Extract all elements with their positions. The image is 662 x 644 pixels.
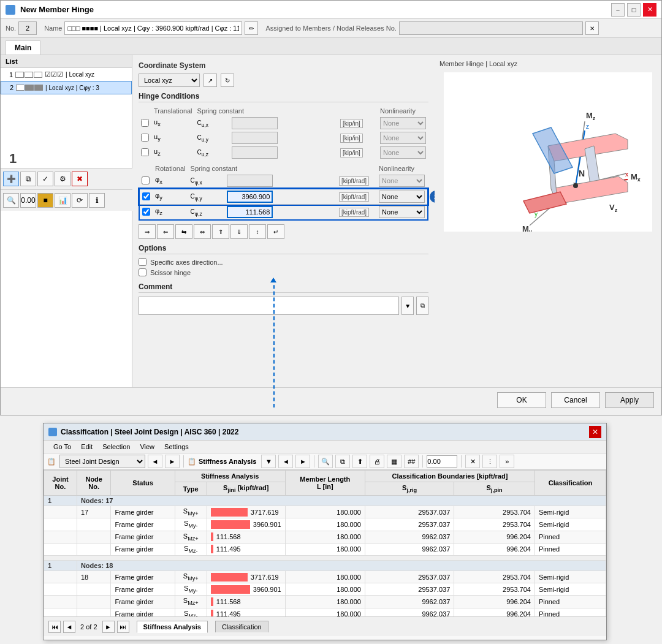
spring-tool-7[interactable]: ↕ bbox=[249, 224, 266, 239]
spring-tool-2[interactable]: ⇐ bbox=[157, 224, 174, 239]
specific-axes-checkbox[interactable] bbox=[139, 258, 146, 266]
tb-close[interactable]: ✕ bbox=[465, 455, 480, 468]
search-button[interactable]: 🔍 bbox=[3, 193, 19, 208]
phix-nonlin[interactable]: None bbox=[379, 175, 425, 187]
tb-more[interactable]: ⋮ bbox=[482, 455, 497, 468]
uy-input[interactable] bbox=[232, 132, 278, 144]
ux-nonlin[interactable]: None bbox=[380, 117, 426, 129]
zero-button[interactable]: 0.00 bbox=[20, 193, 36, 208]
hinge-table: Translational Spring constant Nonlineari… bbox=[139, 106, 428, 160]
color-button[interactable]: ■ bbox=[37, 193, 53, 208]
assigned-input[interactable] bbox=[399, 21, 583, 35]
tb-num[interactable]: ## bbox=[404, 455, 419, 468]
check-button[interactable]: ✓ bbox=[37, 172, 53, 186]
cancel-button[interactable]: Cancel bbox=[551, 392, 600, 408]
list-item-1[interactable]: 1 ☑☑☑ | Local xyz bbox=[1, 68, 132, 81]
tab-main[interactable]: Main bbox=[6, 40, 40, 55]
spring-tool-6[interactable]: ⇓ bbox=[230, 224, 248, 239]
tb-filter[interactable]: ▦ bbox=[387, 455, 401, 468]
class-next-btn[interactable]: ► bbox=[165, 455, 180, 468]
tb-down[interactable]: ▼ bbox=[261, 455, 276, 468]
phiy-nonlin[interactable]: None bbox=[379, 191, 425, 203]
toolbar-sep-3 bbox=[422, 455, 423, 468]
ok-button[interactable]: OK bbox=[497, 392, 546, 408]
nav-next[interactable]: ► bbox=[102, 621, 115, 633]
coord-system-select[interactable]: Local xyz bbox=[139, 74, 200, 87]
uz-nonlin[interactable]: None bbox=[380, 146, 426, 159]
menu-selection[interactable]: Selection bbox=[97, 442, 135, 452]
comment-copy-button[interactable]: ⧉ bbox=[416, 297, 428, 315]
no-input[interactable] bbox=[18, 21, 37, 35]
nav-first[interactable]: ⏮ bbox=[48, 621, 61, 633]
ux-input[interactable] bbox=[232, 117, 278, 129]
menu-goto[interactable]: Go To bbox=[48, 442, 76, 452]
class-close-button[interactable]: ✕ bbox=[589, 426, 601, 438]
minimize-button[interactable]: − bbox=[611, 3, 625, 17]
tab-classification[interactable]: Classification bbox=[215, 621, 268, 632]
uz-checkbox[interactable] bbox=[141, 148, 149, 156]
tb-expand[interactable]: » bbox=[500, 455, 514, 468]
class-prev-btn[interactable]: ◄ bbox=[148, 455, 162, 468]
class-dropdown[interactable]: Steel Joint Design bbox=[59, 455, 145, 468]
tb-value-input[interactable] bbox=[427, 455, 457, 468]
ux-checkbox[interactable] bbox=[141, 119, 149, 127]
info-button[interactable]: ℹ bbox=[89, 193, 105, 208]
toolbar-sep-4 bbox=[461, 455, 462, 468]
spring-tool-5[interactable]: ⇑ bbox=[212, 224, 229, 239]
coord-btn-1[interactable]: ↗ bbox=[204, 74, 217, 87]
maximize-button[interactable]: □ bbox=[627, 3, 641, 17]
tb-next[interactable]: ► bbox=[295, 455, 310, 468]
page-info: 2 of 2 bbox=[80, 623, 97, 631]
chart-button[interactable]: 📊 bbox=[55, 193, 70, 208]
new-button[interactable]: ➕ bbox=[3, 172, 19, 186]
nav-last[interactable]: ⏭ bbox=[117, 621, 129, 633]
tb-copy[interactable]: ⧉ bbox=[335, 455, 350, 468]
list-panel: List 1 ☑☑☑ | Local xyz 2 bbox=[1, 55, 132, 387]
name-input[interactable] bbox=[64, 21, 242, 35]
bar-fill bbox=[211, 597, 213, 606]
menu-edit[interactable]: Edit bbox=[76, 442, 97, 452]
delete-button[interactable]: ✖ bbox=[72, 172, 88, 186]
menu-view[interactable]: View bbox=[135, 442, 159, 452]
duplicate-button[interactable]: ⧉ bbox=[20, 172, 36, 186]
phiz-checkbox[interactable] bbox=[142, 208, 150, 216]
th-type: Type bbox=[175, 482, 207, 496]
spring-tool-1[interactable]: ⇒ bbox=[139, 224, 156, 239]
edit-name-button[interactable]: ✏ bbox=[245, 21, 258, 35]
phiz-input[interactable] bbox=[227, 206, 273, 218]
tb-search[interactable]: 🔍 bbox=[318, 455, 333, 468]
scissor-hinge-checkbox[interactable] bbox=[139, 268, 146, 276]
uy-nonlin[interactable]: None bbox=[380, 132, 426, 144]
rotational-header: Rotational bbox=[153, 164, 188, 173]
comment-expand-button[interactable]: ▼ bbox=[401, 297, 414, 315]
icon-box-4 bbox=[16, 85, 25, 91]
phiz-nonlin[interactable]: None bbox=[379, 206, 425, 218]
close-button[interactable]: ✕ bbox=[643, 3, 656, 17]
translational-header: Translational bbox=[151, 106, 195, 116]
uz-input[interactable] bbox=[232, 146, 278, 159]
viz-label: Member Hinge | Local xyz bbox=[439, 60, 656, 67]
list-item-2[interactable]: 2 | Local xyz | Cφy : 3 bbox=[1, 81, 132, 94]
phix-checkbox[interactable] bbox=[142, 176, 150, 184]
uy-checkbox[interactable] bbox=[141, 134, 149, 142]
tb-prev[interactable]: ◄ bbox=[278, 455, 293, 468]
comment-input[interactable] bbox=[139, 297, 399, 315]
spring-tool-4[interactable]: ⇔ bbox=[194, 224, 211, 239]
apply-button[interactable]: Apply bbox=[605, 392, 654, 408]
dashed-line bbox=[273, 279, 275, 407]
spring-tool-8[interactable]: ↵ bbox=[267, 224, 284, 239]
phiy-input[interactable] bbox=[227, 191, 273, 203]
settings-button[interactable]: ⚙ bbox=[55, 172, 70, 186]
nav-prev[interactable]: ◄ bbox=[63, 621, 75, 633]
spring-tool-3[interactable]: ⇆ bbox=[175, 224, 192, 239]
phiy-checkbox[interactable] bbox=[142, 192, 150, 200]
refresh-button[interactable]: ⟳ bbox=[72, 193, 88, 208]
tab-stiffness-analysis[interactable]: Stiffness Analysis bbox=[137, 621, 208, 633]
coord-btn-2[interactable]: ↻ bbox=[221, 74, 234, 87]
phix-input[interactable] bbox=[227, 175, 273, 187]
menu-settings[interactable]: Settings bbox=[159, 442, 194, 452]
title-controls: − □ ✕ bbox=[611, 3, 656, 17]
tb-export[interactable]: ⬆ bbox=[352, 455, 367, 468]
assigned-clear-button[interactable]: ✕ bbox=[585, 21, 599, 35]
tb-print[interactable]: 🖨 bbox=[370, 455, 384, 468]
